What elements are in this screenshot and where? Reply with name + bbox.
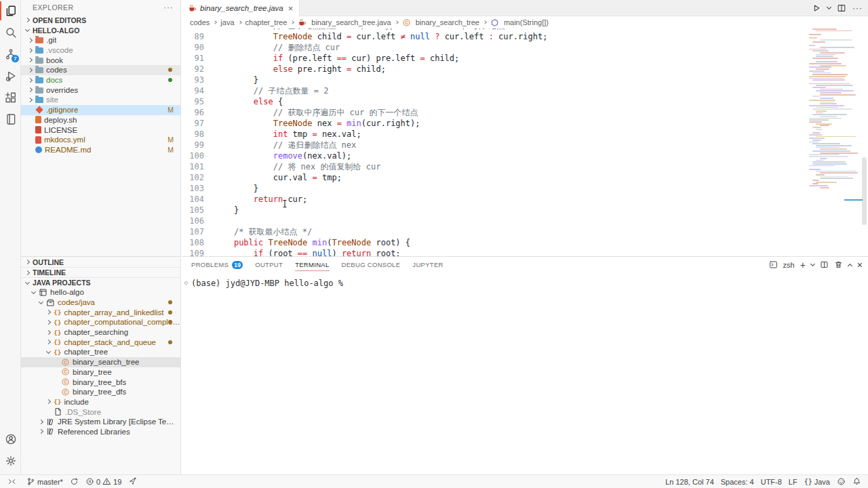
kill-terminal-icon[interactable] [834, 260, 843, 269]
java-tree-item-chapter-tree[interactable]: {} chapter_tree [21, 347, 180, 357]
breadcrumb-separator-icon [214, 20, 218, 24]
file-tree-item-LICENSE[interactable]: LICENSE [21, 125, 180, 135]
activity-extensions-button[interactable] [0, 87, 21, 108]
panel-tab-terminal[interactable]: TERMINAL [295, 257, 329, 272]
shell-label[interactable]: zsh [783, 261, 795, 269]
java-tree-item-include[interactable]: {} include [21, 397, 180, 407]
java-tree-item-JRE-System-Library-Eclipse-Temurin-17-17-[interactable]: JRE System Library [Eclipse Temurin 17 [… [21, 417, 180, 427]
file-tree-item-mkdocs-yml[interactable]: mkdocs.yml M [21, 135, 180, 145]
code-editor[interactable]: 88 // 当子结点数量 = 0 / 1 时, child = null / 该… [182, 28, 868, 256]
language-mode-item[interactable]: {} Java [804, 475, 830, 488]
sync-icon [70, 477, 79, 486]
panel-tab-output[interactable]: OUTPUT [255, 257, 283, 272]
run-button[interactable] [812, 3, 821, 13]
line-number: 100 [182, 150, 204, 161]
java-tree-item-hello-algo[interactable]: hello-algo [21, 287, 180, 298]
java-tree-item--DS-Store[interactable]: .DS_Store [21, 407, 180, 417]
open-editors-section[interactable]: OPEN EDITORS [21, 15, 180, 25]
java-tree-item-binary-tree[interactable]: C binary_tree [21, 367, 180, 378]
maximize-panel-icon[interactable] [848, 263, 852, 268]
java-tree-item-binary-search-tree[interactable]: C binary_search_tree [21, 357, 180, 367]
file-tree-item-book[interactable]: book [21, 55, 180, 65]
tab-close-icon[interactable]: × [288, 3, 294, 14]
java-tree-item-chapter-stack-and-queue[interactable]: {} chapter_stack_and_queue [21, 337, 180, 347]
java-tree-item-binary-tree-bfs[interactable]: C binary_tree_bfs [21, 377, 180, 387]
status-item[interactable]: LF [789, 475, 797, 488]
file-tree-item-overrides[interactable]: overrides [21, 85, 180, 95]
java-projects-section[interactable]: JAVA PROJECTS [21, 277, 180, 287]
status-item[interactable]: UTF-8 [761, 475, 782, 488]
remote-indicator[interactable] [4, 475, 20, 488]
line-number: 103 [182, 183, 204, 194]
status-bar: master* 0 19 Ln 128, Col 74Spaces: 4UTF-… [0, 474, 868, 488]
notifications-item[interactable] [852, 475, 861, 488]
sync-button[interactable] [70, 475, 79, 488]
panel-tab-problems[interactable]: PROBLEMS 19 [191, 257, 243, 272]
breadcrumb-item[interactable]: main(String[]) [490, 16, 549, 28]
run-dropdown-icon[interactable] [827, 5, 831, 9]
editor-scrollbar[interactable] [862, 157, 867, 225]
vscode-window: 7 EXPLORER ··· OPEN EDITORS HELLO-ALGO [0, 0, 868, 488]
java-tree-item-chapter-array-and-linkedlist[interactable]: {} chapter_array_and_linkedlist [21, 307, 180, 317]
file-tree-item--gitignore[interactable]: .gitignore M [21, 105, 180, 115]
breadcrumb-item[interactable]: java [220, 16, 234, 28]
breadcrumb: codes java chapter_tree binary_search_tr… [182, 16, 868, 28]
activity-explorer-button[interactable] [0, 0, 21, 22]
file-tree-item-README-md[interactable]: README.md M [21, 145, 180, 155]
breadcrumb-item[interactable]: C binary_search_tree [402, 16, 479, 28]
project-root-section[interactable]: HELLO-ALGO [21, 25, 180, 35]
status-item[interactable]: Ln 128, Col 74 [665, 475, 714, 488]
code-line-105: 105 } [182, 205, 807, 216]
braces-icon: {} [804, 478, 812, 485]
account-icon [5, 433, 17, 445]
minimap[interactable] [809, 28, 858, 252]
more-actions-icon[interactable]: ··· [852, 3, 863, 13]
java-tree-item-chapter-computational-complexity[interactable]: {} chapter_computational_complexity [21, 317, 180, 327]
terminal-dropdown-icon[interactable] [810, 261, 815, 266]
file-tree-item--vscode[interactable]: .vscode [21, 45, 180, 56]
new-terminal-button[interactable]: + [800, 262, 806, 268]
outline-section[interactable]: OUTLINE [21, 257, 180, 267]
panel-tab-debug-console[interactable]: DEBUG CONSOLE [342, 257, 401, 272]
line-number: 96 [182, 107, 204, 118]
file-tree-item-site[interactable]: site [21, 95, 180, 105]
split-terminal-icon[interactable] [820, 260, 829, 269]
java-tree-item-Referenced-Libraries[interactable]: Referenced Libraries [21, 427, 180, 437]
activity-run-debug-button[interactable] [0, 65, 21, 87]
chevron-right-icon [25, 260, 30, 264]
panel-tab-jupyter[interactable]: JUPYTER [412, 257, 443, 272]
problems-item[interactable]: 0 19 [85, 475, 121, 488]
file-tree-item-docs[interactable]: docs [21, 75, 180, 85]
timeline-section[interactable]: TIMELINE [21, 267, 180, 277]
java-tree-item-codes-java[interactable]: codes/java [21, 298, 180, 308]
close-panel-icon[interactable]: × [857, 260, 863, 270]
java-tree-item-chapter-searching[interactable]: {} chapter_searching [21, 327, 180, 338]
editor-group: binary_search_tree.java × ··· codes java… [182, 0, 868, 474]
file-tree-item--git[interactable]: .git [21, 35, 180, 45]
breadcrumb-item[interactable]: binary_search_tree.java [298, 16, 391, 28]
shell-icon[interactable] [769, 260, 778, 269]
git-branch-item[interactable]: master* [26, 475, 63, 488]
breadcrumb-item[interactable]: chapter_tree [245, 16, 288, 28]
status-item[interactable]: Spaces: 4 [721, 475, 754, 488]
file-tree-item-deploy-sh[interactable]: deploy.sh [21, 115, 180, 125]
breadcrumb-item[interactable]: codes [190, 16, 210, 28]
notebook-icon [5, 113, 17, 125]
tab-binary-search-tree[interactable]: binary_search_tree.java × [182, 0, 300, 16]
folder-icon [35, 97, 43, 103]
more-actions-button[interactable]: ··· [163, 3, 174, 12]
java-tree-item-binary-tree-dfs[interactable]: C binary_tree_dfs [21, 387, 180, 397]
feedback-item[interactable] [837, 475, 846, 488]
activity-search-button[interactable] [0, 22, 21, 43]
file-tree-item-codes[interactable]: codes [21, 65, 180, 75]
code-line-101: 101 // 将 nex 的值复制给 cur [182, 161, 807, 172]
activity-account-button[interactable] [0, 428, 21, 450]
launch-item[interactable] [128, 475, 137, 488]
split-editor-icon[interactable] [837, 3, 846, 13]
activity-source-control-button[interactable]: 7 [0, 43, 21, 65]
git-modified-badge: M [167, 146, 174, 154]
activity-notebook-button[interactable] [0, 108, 21, 130]
terminal[interactable]: (base) jyd@JYD-MBP hello-algo % [182, 272, 868, 288]
activity-settings-button[interactable] [0, 450, 21, 472]
chevron-right-icon [46, 320, 51, 325]
